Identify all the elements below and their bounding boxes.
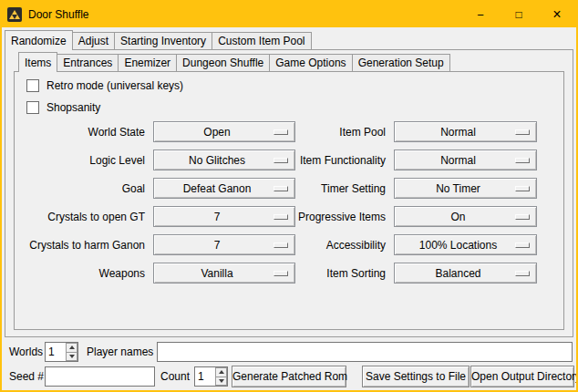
accessibility-row: Accessibility 100% Locations [246,231,537,259]
item-pool-value: Normal [440,126,476,139]
progressive-items-dropdown[interactable]: On [394,206,537,227]
world-state-label: World State [24,126,153,139]
count-spin-down[interactable] [215,377,227,387]
maximize-icon: □ [515,9,521,20]
tab-generation-setup[interactable]: Generation Setup [352,54,450,71]
tab-adjust[interactable]: Adjust [72,32,115,49]
dropdown-indicator-icon [515,242,530,248]
weapons-label: Weapons [24,267,153,280]
timer-setting-value: No Timer [436,182,480,195]
count-spin-buttons [215,367,227,386]
crystals-harm-ganon-value: 7 [214,239,221,252]
goal-label: Goal [24,182,153,195]
player-names-label: Player names [87,342,153,362]
item-sorting-value: Balanced [435,267,480,280]
worlds-spinbox [45,342,78,362]
worlds-spin-up[interactable] [66,343,77,353]
crystals-harm-ganon-label: Crystals to harm Ganon [24,239,153,252]
progressive-items-row: Progressive Items On [246,202,537,231]
dropdown-indicator-icon [515,214,530,220]
shopsanity-checkbox-box[interactable] [26,101,39,114]
accessibility-value: 100% Locations [419,239,497,252]
app-icon [7,7,22,22]
worlds-label: Worlds [9,342,43,362]
logic-level-value: No Glitches [189,154,245,167]
retro-mode-checkbox-box[interactable] [26,79,39,92]
item-functionality-value: Normal [440,154,476,167]
item-functionality-row: Item Functionality Normal [246,146,537,174]
spin-down-icon [69,355,75,358]
seed-label: Seed # [9,366,44,387]
item-pool-dropdown[interactable]: Normal [394,121,537,142]
worlds-spin-buttons [66,343,77,361]
save-settings-button[interactable]: Save Settings to File [362,366,470,387]
item-sorting-label: Item Sorting [246,267,394,280]
world-state-value: Open [203,126,230,139]
worlds-input[interactable] [46,343,66,361]
crystals-open-gt-value: 7 [214,211,221,223]
retro-mode-checkbox[interactable]: Retro mode (universal keys) [26,78,183,93]
dropdown-indicator-icon [515,271,530,276]
dropdown-indicator-icon [515,158,530,163]
item-sorting-row: Item Sorting Balanced [246,259,537,287]
generate-patched-rom-button[interactable]: Generate Patched Rom [232,366,346,387]
count-label: Count [160,366,190,387]
minimize-button[interactable]: − [461,2,500,27]
accessibility-dropdown[interactable]: 100% Locations [394,234,537,255]
tab-randomize[interactable]: Randomize [5,30,73,50]
item-functionality-dropdown[interactable]: Normal [394,150,537,170]
door-shuffle-window: Door Shuffle − □ × Randomize Adjust Star… [0,0,578,392]
timer-setting-label: Timer Setting [246,182,394,195]
weapons-value: Vanilla [201,267,232,280]
accessibility-label: Accessibility [246,239,394,252]
item-pool-row: Item Pool Normal [246,118,537,146]
timer-setting-row: Timer Setting No Timer [246,174,537,202]
tab-dungeon-shuffle[interactable]: Dungeon Shuffle [176,54,270,71]
window-title: Door Shuffle [28,8,89,21]
count-spin-up[interactable] [215,367,227,377]
close-button[interactable]: × [538,2,576,27]
item-sorting-dropdown[interactable]: Balanced [394,263,537,284]
goal-value: Defeat Ganon [183,182,252,195]
worlds-spin-down[interactable] [66,353,77,362]
tab-starting-inventory[interactable]: Starting Inventory [114,32,212,49]
item-pool-label: Item Pool [246,126,394,139]
close-icon: × [552,7,561,22]
spin-up-icon [69,346,75,349]
player-names-input[interactable] [157,342,573,362]
seed-input[interactable] [45,366,155,387]
spin-up-icon [219,370,224,374]
timer-setting-dropdown[interactable]: No Timer [394,178,537,199]
tab-custom-item-pool[interactable]: Custom Item Pool [212,32,311,49]
dropdown-indicator-icon [515,129,530,135]
open-output-directory-button[interactable]: Open Output Directory [470,366,574,387]
dropdown-indicator-icon [515,186,530,191]
tab-game-options[interactable]: Game Options [269,54,352,71]
window-controls: − □ × [461,2,576,27]
minimize-icon: − [477,9,484,21]
tab-items[interactable]: Items [18,52,57,72]
logic-level-label: Logic Level [24,154,153,167]
progressive-items-label: Progressive Items [246,211,394,223]
spin-down-icon [219,379,224,383]
options-column-right: Item Pool Normal Item Functionality Norm… [246,118,537,287]
titlebar[interactable]: Door Shuffle − □ × [2,2,576,27]
maximize-button[interactable]: □ [500,2,538,27]
crystals-open-gt-label: Crystals to open GT [24,211,153,223]
main-tab-bar: Randomize Adjust Starting Inventory Cust… [5,30,312,49]
item-functionality-label: Item Functionality [246,154,394,167]
tab-entrances[interactable]: Entrances [57,54,119,71]
count-spinbox [194,366,228,387]
shopsanity-checkbox[interactable]: Shopsanity [26,100,100,115]
count-input[interactable] [195,367,215,386]
tab-enemizer[interactable]: Enemizer [118,54,177,71]
retro-mode-label: Retro mode (universal keys) [46,79,183,92]
progressive-items-value: On [450,211,465,223]
shopsanity-label: Shopsanity [46,101,100,114]
randomize-sub-tab-bar: Items Entrances Enemizer Dungeon Shuffle… [18,52,450,71]
